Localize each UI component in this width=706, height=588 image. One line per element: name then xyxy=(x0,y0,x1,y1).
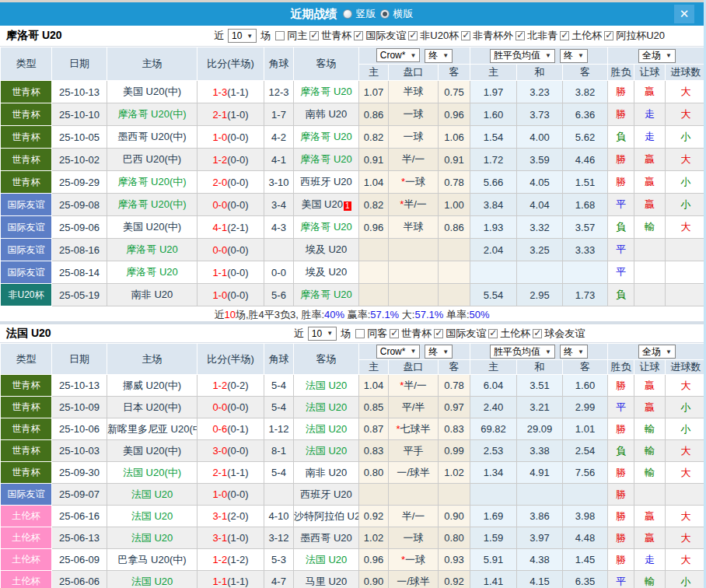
filter-league-2-checkbox[interactable] xyxy=(488,329,498,338)
filter-league-3-checkbox[interactable] xyxy=(461,31,470,40)
odds-away-cell xyxy=(439,484,470,506)
close-icon[interactable]: ✕ xyxy=(674,5,694,23)
avg-away-cell: 1.68 xyxy=(563,194,608,216)
avg-draw-cell: 3.38 xyxy=(517,440,563,462)
corner-cell: 3-4 xyxy=(264,194,294,216)
away-team-name: 埃及 U20 xyxy=(306,266,347,278)
result-cell: 平 xyxy=(608,194,634,216)
near-label: 近 xyxy=(214,29,224,43)
filter-league-0-label[interactable]: 世青杯 xyxy=(321,29,351,43)
corner-cell: 4-10 xyxy=(264,506,294,527)
fulltime-score: 2-1 xyxy=(212,109,227,121)
avg-draw-cell: 4.05 xyxy=(517,171,563,194)
goals-result-cell: 大 xyxy=(666,375,706,397)
league-cell: 国际友谊 xyxy=(1,194,52,216)
scope-select[interactable]: 全场▼ xyxy=(638,345,676,359)
result-cell: 勝 xyxy=(608,103,634,126)
handicap-value: 半/一 xyxy=(402,153,425,165)
result-cell: 勝 xyxy=(608,375,634,397)
score-cell: 1-1(1-1) xyxy=(197,571,264,588)
filter-league-5-label[interactable]: 土伦杯 xyxy=(571,29,602,43)
filter-league-6-label[interactable]: 阿拉杯U20 xyxy=(616,29,665,43)
away-team-cell: 法国 U20 xyxy=(294,418,359,440)
sub-result-header: 胜负 xyxy=(608,360,634,375)
handicap-result-cell: 贏 xyxy=(634,171,666,194)
table-row: 世青杯25-10-03美国 U20(中)3-0(0-0)8-1法国 U200.8… xyxy=(1,440,706,462)
avg-odds-select[interactable]: 胜平负均值▼ xyxy=(490,49,555,63)
score-cell: 0-0(0-0) xyxy=(197,239,264,261)
filter-league-1-checkbox[interactable] xyxy=(434,329,443,338)
filter-league-2-label[interactable]: 土伦杯 xyxy=(500,327,530,341)
final-odds-select[interactable]: 终▼ xyxy=(425,345,453,359)
away-team-cell: 西班牙 U20 xyxy=(294,171,359,194)
score-cell: 2-1(1-0) xyxy=(197,103,264,126)
section-header: 法国 U20近10▼场同客世青杯国际友谊土伦杯球会友谊 xyxy=(0,324,704,343)
halftime-score: (1-0) xyxy=(227,532,248,544)
handicap-result-cell: 輸 xyxy=(634,462,666,484)
filter-league-1-checkbox[interactable] xyxy=(354,31,363,40)
date-cell: 25-09-29 xyxy=(52,171,107,194)
avg-home-cell: 1.54 xyxy=(470,126,517,149)
summary-segment: 赢率: xyxy=(344,309,370,320)
halftime-score: (1-0) xyxy=(227,109,248,121)
filter-league-3-checkbox[interactable] xyxy=(533,329,542,338)
filter-same-venue-checkbox[interactable] xyxy=(355,329,365,338)
date-cell: 25-08-14 xyxy=(52,261,107,284)
avg-odds-select[interactable]: 胜平负均值▼ xyxy=(490,345,555,359)
recent-count-select[interactable]: 10▼ xyxy=(228,29,257,43)
result-cell: 負 xyxy=(608,284,634,306)
filter-league-1-label[interactable]: 国际友谊 xyxy=(365,29,406,43)
filter-league-3-label[interactable]: 非青杯外 xyxy=(473,29,513,43)
home-team-name: 巴西 U20(中) xyxy=(123,153,181,165)
avg-away-cell: 3.82 xyxy=(563,81,608,103)
filter-league-2-checkbox[interactable] xyxy=(408,31,418,40)
filter-league-4-checkbox[interactable] xyxy=(516,31,525,40)
recent-count-select[interactable]: 10▼ xyxy=(308,327,337,341)
filter-league-1-label[interactable]: 国际友谊 xyxy=(446,327,486,341)
final-odds-select[interactable]: 终▼ xyxy=(425,49,453,63)
filter-league-2-label[interactable]: 非U20杯 xyxy=(420,29,459,43)
date-cell: 25-10-09 xyxy=(52,397,107,418)
avg-home-cell: 1.93 xyxy=(470,216,517,239)
filter-league-0-label[interactable]: 世青杯 xyxy=(401,327,432,341)
league-cell: 国际友谊 xyxy=(1,484,52,506)
recent-results-popup: 近期战绩 竖版 横版 ✕ 摩洛哥 U20近10▼场同主世青杯国际友谊非U20杯非… xyxy=(0,0,706,588)
filter-league-0-checkbox[interactable] xyxy=(309,31,319,40)
corner-cell: 1-7 xyxy=(264,103,294,126)
filter-league-6-checkbox[interactable] xyxy=(604,31,613,40)
vertical-layout-radio[interactable] xyxy=(343,9,352,19)
odds-company-select[interactable]: Crow*▼ xyxy=(376,345,421,359)
filter-same-venue-checkbox[interactable] xyxy=(275,31,285,40)
horizontal-layout-radio[interactable] xyxy=(380,9,390,19)
halftime-score: (1-1) xyxy=(227,576,248,587)
chevron-down-icon: ▼ xyxy=(666,52,672,59)
title-bar: 近期战绩 竖版 横版 ✕ xyxy=(0,2,704,26)
vertical-layout-label[interactable]: 竖版 xyxy=(356,7,376,21)
handicap-cell: 半球 xyxy=(389,81,439,103)
score-cell: 0-0(0-0) xyxy=(197,194,264,216)
filter-league-5-checkbox[interactable] xyxy=(560,31,569,40)
avg-home-cell: 5.66 xyxy=(470,171,517,194)
filter-league-3-label[interactable]: 球会友谊 xyxy=(544,327,585,341)
filter-same-venue-label[interactable]: 同客 xyxy=(367,327,387,341)
col-home-header: 主场 xyxy=(107,344,197,375)
scope-select[interactable]: 全场▼ xyxy=(638,49,676,63)
away-team-name: 埃及 U20 xyxy=(306,243,347,255)
result-cell: 勝 xyxy=(608,149,634,171)
home-team-name: 日本 U20(中) xyxy=(123,401,181,413)
odds-company-select[interactable]: Crow*▼ xyxy=(376,48,421,62)
league-cell: 土伦杯 xyxy=(1,571,52,588)
avg-draw-cell: 3.59 xyxy=(517,149,563,171)
home-team-name: 法国 U20 xyxy=(131,488,173,500)
header-select-row: 类型日期主场比分(半场)角球客场Crow*▼终▼胜平负均值▼终▼全场▼ xyxy=(1,47,706,65)
horizontal-layout-label[interactable]: 横版 xyxy=(393,7,414,21)
sub-avg-draw-header: 和 xyxy=(517,360,563,375)
final-avg-select[interactable]: 终▼ xyxy=(560,345,588,359)
avg-home-cell: 1.34 xyxy=(470,462,517,484)
result-cell: 負 xyxy=(608,126,634,149)
filter-same-venue-label[interactable]: 同主 xyxy=(287,29,307,43)
filter-league-0-checkbox[interactable] xyxy=(390,329,399,338)
final-avg-select[interactable]: 终▼ xyxy=(560,49,588,63)
filter-league-4-label[interactable]: 北非青 xyxy=(527,29,557,43)
handicap-cell xyxy=(389,239,439,261)
